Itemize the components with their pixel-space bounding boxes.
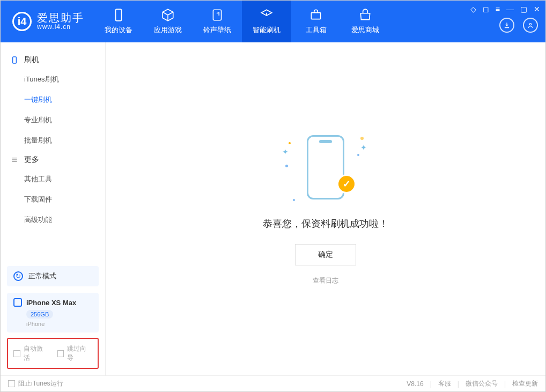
refresh-icon <box>260 8 274 22</box>
tab-label: 爱思商城 <box>351 25 379 35</box>
tab-apps-games[interactable]: 应用游戏 <box>143 1 193 42</box>
sidebar-item-itunes-flash[interactable]: iTunes刷机 <box>1 69 105 90</box>
tab-toolbox[interactable]: 工具箱 <box>291 1 341 42</box>
bottom-options: 自动激活 跳过向导 <box>7 338 99 369</box>
download-button[interactable] <box>499 18 514 33</box>
tab-label: 铃声壁纸 <box>203 25 231 35</box>
view-log-link[interactable]: 查看日志 <box>313 276 338 285</box>
device-type: iPhone <box>26 321 92 327</box>
app-name-cn: 爱思助手 <box>37 12 84 23</box>
tab-label: 应用游戏 <box>154 25 182 35</box>
checkbox-icon <box>13 350 20 357</box>
mode-icon <box>13 271 23 281</box>
svg-rect-4 <box>13 57 17 63</box>
device-box[interactable]: iPhone XS Max 256GB iPhone <box>7 293 99 332</box>
feedback-icon[interactable]: ◻ <box>483 5 489 13</box>
skin-icon[interactable]: ◇ <box>470 5 476 13</box>
tab-ringtones-wallpapers[interactable]: 铃声壁纸 <box>193 1 242 42</box>
app-body: 刷机 iTunes刷机 一键刷机 专业刷机 批量刷机 更多 其他工具 下载固件 … <box>1 42 545 375</box>
menu-icon[interactable]: ≡ <box>496 5 500 13</box>
cube-icon <box>161 8 175 22</box>
toolbox-icon <box>309 8 323 22</box>
tab-label: 智能刷机 <box>253 25 281 35</box>
top-tabs: 我的设备 应用游戏 铃声壁纸 智能刷机 工具箱 爱思商城 <box>94 1 390 42</box>
success-illustration: ✦✦ <box>285 132 366 202</box>
shop-icon <box>358 8 372 22</box>
tab-my-device[interactable]: 我的设备 <box>94 1 143 42</box>
mode-label: 正常模式 <box>28 271 56 281</box>
tab-smart-flash[interactable]: 智能刷机 <box>242 1 291 42</box>
device-icon <box>112 8 126 22</box>
sidebar-item-pro-flash[interactable]: 专业刷机 <box>1 110 105 130</box>
device-phone-icon <box>13 298 22 307</box>
window-controls: ◇ ◻ ≡ — ▢ ✕ <box>470 5 540 13</box>
close-button[interactable]: ✕ <box>534 5 540 13</box>
sidebar-item-download-firmware[interactable]: 下载固件 <box>1 189 105 210</box>
check-badge-icon <box>337 174 356 194</box>
section-title: 刷机 <box>24 55 39 65</box>
tab-label: 我的设备 <box>105 25 132 35</box>
main-panel: ✦✦ 恭喜您，保资料刷机成功啦！ 确定 查看日志 <box>106 42 545 375</box>
logo-block: i4 爱思助手 www.i4.cn <box>1 1 94 42</box>
tab-label: 工具箱 <box>306 25 327 35</box>
sidebar-item-oneclick-flash[interactable]: 一键刷机 <box>1 90 105 110</box>
list-icon <box>10 156 19 164</box>
footer: 阻止iTunes运行 V8.16 | 客服 | 微信公众号 | 检查更新 <box>1 375 545 391</box>
sidebar-section-more: 更多 <box>1 151 105 169</box>
sidebar-item-batch-flash[interactable]: 批量刷机 <box>1 130 105 151</box>
svg-rect-1 <box>213 10 221 20</box>
sidebar: 刷机 iTunes刷机 一键刷机 专业刷机 批量刷机 更多 其他工具 下载固件 … <box>1 42 106 375</box>
user-button[interactable] <box>523 18 538 33</box>
checkbox-auto-activate[interactable]: 自动激活 <box>13 344 49 363</box>
phone-outline-icon <box>10 56 19 64</box>
check-update-link[interactable]: 检查更新 <box>512 379 538 388</box>
checkbox-block-itunes[interactable]: 阻止iTunes运行 <box>8 379 63 388</box>
header-right-icons <box>499 18 538 33</box>
device-storage-badge: 256GB <box>26 310 53 319</box>
version-label: V8.16 <box>407 380 423 388</box>
confirm-button[interactable]: 确定 <box>295 244 356 265</box>
maximize-button[interactable]: ▢ <box>520 5 527 13</box>
svg-rect-2 <box>311 13 320 19</box>
support-link[interactable]: 客服 <box>438 379 451 388</box>
tab-shop[interactable]: 爱思商城 <box>341 1 390 42</box>
section-title: 更多 <box>24 155 39 165</box>
logo-icon: i4 <box>12 12 32 31</box>
sidebar-item-advanced[interactable]: 高级功能 <box>1 210 105 230</box>
svg-rect-0 <box>116 9 122 21</box>
sidebar-section-flash: 刷机 <box>1 51 105 69</box>
checkbox-icon <box>8 380 15 387</box>
sidebar-item-other-tools[interactable]: 其他工具 <box>1 169 105 189</box>
success-message: 恭喜您，保资料刷机成功啦！ <box>263 217 388 230</box>
checkbox-skip-guide[interactable]: 跳过向导 <box>57 344 93 363</box>
device-name: iPhone XS Max <box>26 299 76 307</box>
wechat-link[interactable]: 微信公众号 <box>466 379 498 388</box>
app-name-en: www.i4.cn <box>37 23 84 31</box>
mode-box[interactable]: 正常模式 <box>7 266 99 286</box>
svg-point-3 <box>529 24 532 26</box>
checkbox-icon <box>57 350 64 357</box>
music-icon <box>210 8 224 22</box>
minimize-button[interactable]: — <box>506 5 514 13</box>
app-header: i4 爱思助手 www.i4.cn 我的设备 应用游戏 铃声壁纸 智能刷机 工具… <box>1 1 545 42</box>
